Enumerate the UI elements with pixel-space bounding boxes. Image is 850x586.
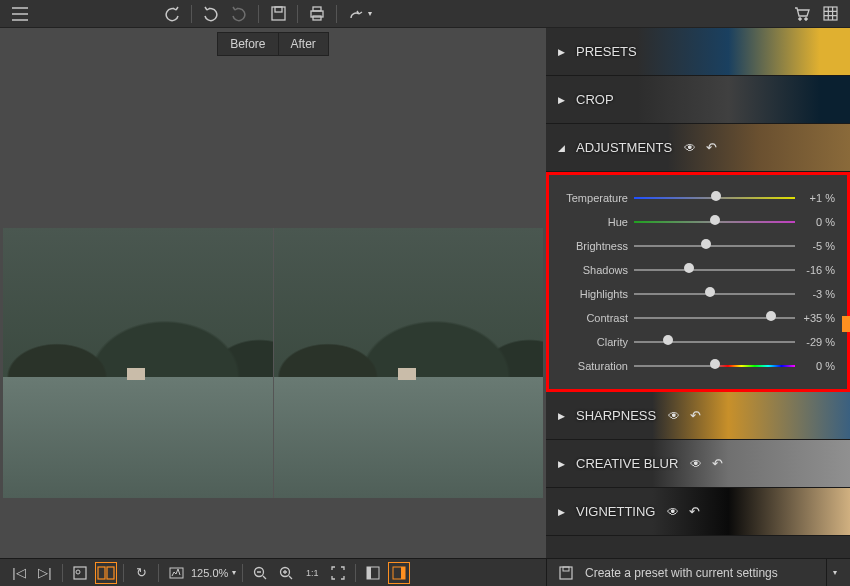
separator [242, 564, 243, 582]
first-icon[interactable]: |◁ [8, 562, 30, 584]
compare-view-icon[interactable] [95, 562, 117, 584]
chevron-right-icon: ▶ [558, 459, 568, 469]
share-icon[interactable] [344, 2, 368, 26]
svg-rect-19 [560, 567, 572, 579]
panel-vignetting[interactable]: ▶ VIGNETTING 👁 ↶ [546, 488, 850, 536]
slider-label: Temperature [549, 192, 634, 204]
side-panel: ▶ PRESETS ▶ CROP ◢ ADJUSTMENTS 👁 ↶ Tempe… [546, 28, 850, 558]
svg-rect-0 [272, 7, 285, 20]
separator [355, 564, 356, 582]
dropdown-icon[interactable]: ▾ [826, 559, 842, 587]
top-toolbar: ▾ [0, 0, 850, 28]
fit-1to1-icon[interactable]: 1:1 [301, 562, 323, 584]
create-preset-label[interactable]: Create a preset with current settings [585, 566, 778, 580]
zoom-out-icon[interactable] [249, 562, 271, 584]
slider-shadows[interactable] [634, 265, 795, 275]
separator [336, 5, 337, 23]
slider-temperature[interactable] [634, 193, 795, 203]
eye-icon[interactable]: 👁 [668, 409, 680, 423]
slider-brightness[interactable] [634, 241, 795, 251]
slider-value: 0 % [795, 216, 839, 228]
svg-rect-4 [313, 16, 321, 20]
slider-label: Clarity [549, 336, 634, 348]
svg-point-9 [76, 570, 80, 574]
slider-row-contrast: Contrast+35 % [549, 307, 839, 329]
slider-label: Hue [549, 216, 634, 228]
panel-creative-blur[interactable]: ▶ CREATIVE BLUR 👁 ↶ [546, 440, 850, 488]
slider-value: -3 % [795, 288, 839, 300]
rotate-icon[interactable]: ↻ [130, 562, 152, 584]
eye-icon[interactable]: 👁 [667, 505, 679, 519]
eye-icon[interactable]: 👁 [690, 457, 702, 471]
panel-adjustments[interactable]: ◢ ADJUSTMENTS 👁 ↶ [546, 124, 850, 172]
panel-sharpness[interactable]: ▶ SHARPNESS 👁 ↶ [546, 392, 850, 440]
slider-value: -5 % [795, 240, 839, 252]
slider-row-clarity: Clarity-29 % [549, 331, 839, 353]
grid-icon[interactable] [818, 2, 842, 26]
svg-rect-1 [275, 7, 282, 12]
chevron-down-icon: ◢ [558, 143, 568, 153]
save-preset-icon[interactable] [555, 562, 577, 584]
reset-icon[interactable]: ↶ [690, 408, 701, 423]
slider-label: Brightness [549, 240, 634, 252]
separator [62, 564, 63, 582]
slider-saturation[interactable] [634, 361, 795, 371]
reset-icon[interactable]: ↶ [706, 140, 717, 155]
chevron-right-icon: ▶ [558, 47, 568, 57]
zoom-in-icon[interactable] [275, 562, 297, 584]
panel-crop[interactable]: ▶ CROP [546, 76, 850, 124]
slider-clarity[interactable] [634, 337, 795, 347]
tab-after[interactable]: After [278, 32, 329, 56]
separator [158, 564, 159, 582]
slider-value: -16 % [795, 264, 839, 276]
slider-highlights[interactable] [634, 289, 795, 299]
last-icon[interactable]: ▷| [34, 562, 56, 584]
slider-label: Highlights [549, 288, 634, 300]
undo-icon[interactable] [160, 2, 184, 26]
after-image [273, 228, 543, 498]
reset-icon[interactable]: ↶ [712, 456, 723, 471]
slider-label: Saturation [549, 360, 634, 372]
panel-presets[interactable]: ▶ PRESETS [546, 28, 850, 76]
svg-rect-7 [824, 7, 837, 20]
panel-right-icon[interactable] [388, 562, 410, 584]
panel-left-icon[interactable] [362, 562, 384, 584]
zoom-value: 125.0% [191, 567, 228, 579]
cart-icon[interactable] [790, 2, 814, 26]
slider-row-highlights: Highlights-3 % [549, 283, 839, 305]
reset-icon[interactable]: ↶ [689, 504, 700, 519]
slider-label: Shadows [549, 264, 634, 276]
adjustments-body: Temperature+1 %Hue0 %Brightness-5 %Shado… [546, 172, 850, 392]
slider-contrast[interactable] [634, 313, 795, 323]
single-view-icon[interactable] [69, 562, 91, 584]
histogram-icon[interactable] [165, 562, 187, 584]
slider-row-shadows: Shadows-16 % [549, 259, 839, 281]
tab-before[interactable]: Before [217, 32, 277, 56]
bottom-toolbar: |◁ ▷| ↻ 125.0% ▾ 1:1 [0, 562, 546, 584]
print-icon[interactable] [305, 2, 329, 26]
save-icon[interactable] [266, 2, 290, 26]
separator [191, 5, 192, 23]
svg-rect-18 [401, 567, 405, 579]
slider-row-hue: Hue0 % [549, 211, 839, 233]
slider-row-temperature: Temperature+1 % [549, 187, 839, 209]
slider-value: 0 % [795, 360, 839, 372]
svg-rect-16 [367, 567, 371, 579]
chevron-right-icon: ▶ [558, 411, 568, 421]
menu-icon[interactable] [8, 2, 32, 26]
eye-icon[interactable]: 👁 [684, 141, 696, 155]
expand-handle-icon[interactable] [842, 316, 850, 332]
separator [123, 564, 124, 582]
slider-hue[interactable] [634, 217, 795, 227]
redo-icon[interactable] [199, 2, 223, 26]
slider-value: +1 % [795, 192, 839, 204]
svg-rect-10 [98, 567, 105, 579]
svg-point-6 [805, 18, 808, 21]
fit-screen-icon[interactable] [327, 562, 349, 584]
svg-rect-11 [107, 567, 114, 579]
svg-point-5 [799, 18, 802, 21]
redo-step-icon[interactable] [227, 2, 251, 26]
separator [297, 5, 298, 23]
separator [258, 5, 259, 23]
svg-rect-3 [313, 7, 321, 11]
